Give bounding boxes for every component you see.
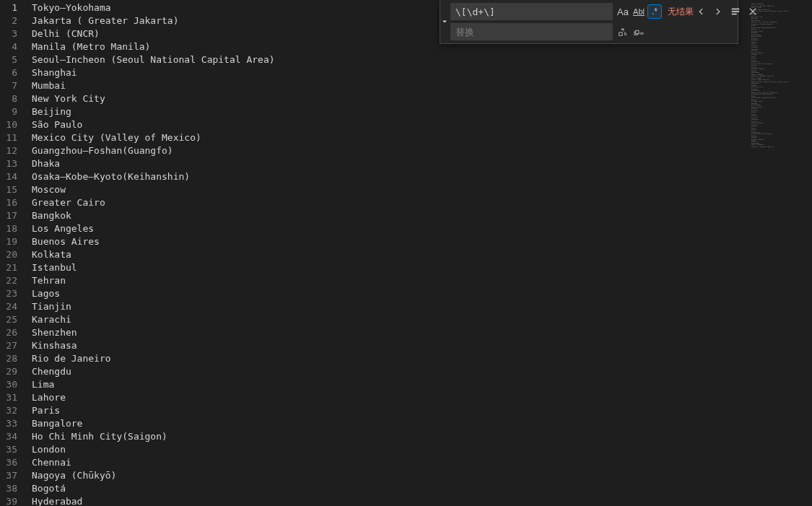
line-number: 4 (0, 40, 29, 53)
text-line[interactable]: Chennai (32, 456, 748, 469)
line-number: 8 (0, 92, 29, 105)
text-line[interactable]: Rio de Janeiro (32, 352, 748, 365)
find-row: Aa Abl .* 无结果 (450, 3, 760, 20)
search-input[interactable] (450, 3, 613, 20)
svg-rect-2 (732, 14, 737, 15)
line-number: 12 (0, 144, 29, 157)
line-number: 30 (0, 378, 29, 391)
line-number: 6 (0, 66, 29, 79)
text-line[interactable]: São Paulo (32, 118, 748, 131)
line-number: 33 (0, 417, 29, 430)
text-line[interactable]: Mumbai (32, 79, 748, 92)
line-number: 13 (0, 157, 29, 170)
text-line[interactable]: Seoul—Incheon (Seoul National Capital Ar… (32, 53, 748, 66)
line-number: 32 (0, 404, 29, 417)
line-number: 34 (0, 430, 29, 443)
line-number: 5 (0, 53, 29, 66)
line-number: 16 (0, 196, 29, 209)
text-line[interactable]: Los Angeles (32, 222, 748, 235)
find-in-selection-button[interactable] (728, 4, 743, 19)
toggle-replace-button[interactable] (440, 0, 449, 43)
line-number: 1 (0, 1, 29, 14)
text-line[interactable]: Istanbul (32, 261, 748, 274)
svg-rect-0 (732, 9, 740, 10)
line-number: 28 (0, 352, 29, 365)
replace-one-icon: b (618, 27, 628, 37)
line-number: 31 (0, 391, 29, 404)
chevron-down-icon (440, 17, 449, 26)
text-line[interactable]: Hyderabad (32, 495, 748, 506)
replace-all-icon: ab (634, 27, 644, 37)
text-line[interactable]: Kolkata (32, 248, 748, 261)
case-sensitive-toggle[interactable]: Aa (616, 4, 630, 19)
previous-match-button[interactable] (694, 4, 708, 19)
line-number: 23 (0, 287, 29, 300)
next-match-button[interactable] (711, 4, 725, 19)
text-line[interactable]: Moscow (32, 183, 748, 196)
text-line[interactable]: Nagoya (Chūkyō) (32, 469, 748, 482)
text-line[interactable]: Bangalore (32, 417, 748, 430)
arrow-left-icon (696, 6, 706, 17)
text-line[interactable]: Ho Chi Minh City(Saigon) (32, 430, 748, 443)
text-line[interactable]: Lagos (32, 287, 748, 300)
replace-input[interactable] (450, 23, 613, 40)
search-options: Aa Abl .* (616, 4, 662, 19)
text-line[interactable]: Paris (32, 404, 748, 417)
line-numbers-gutter: 1234567891011121314151617181920212223242… (0, 0, 29, 506)
close-icon (748, 6, 758, 17)
line-number: 11 (0, 131, 29, 144)
find-replace-widget: Aa Abl .* 无结果 (440, 0, 738, 44)
text-line[interactable]: Shanghai (32, 66, 748, 79)
text-line[interactable]: Bogotá (32, 482, 748, 495)
line-number: 21 (0, 261, 29, 274)
text-line[interactable]: Lima (32, 378, 748, 391)
regex-icon: .* (652, 6, 658, 17)
line-number: 39 (0, 495, 29, 506)
text-line[interactable]: Guangzhou—Foshan(Guangfo) (32, 144, 748, 157)
text-line[interactable]: London (32, 443, 748, 456)
text-line[interactable]: Shenzhen (32, 326, 748, 339)
text-line[interactable]: Bangkok (32, 209, 748, 222)
regex-toggle[interactable]: .* (647, 4, 662, 19)
replace-one-button[interactable]: b (616, 25, 630, 39)
text-line[interactable]: Mexico City (Valley of Mexico) (32, 131, 748, 144)
line-number: 17 (0, 209, 29, 222)
svg-rect-6 (636, 30, 639, 33)
svg-text:ab: ab (639, 31, 644, 35)
text-line[interactable]: Lahore (32, 391, 748, 404)
replace-actions: b ab (616, 25, 646, 39)
text-line[interactable]: Buenos Aires (32, 235, 748, 248)
line-number: 36 (0, 456, 29, 469)
line-number: 26 (0, 326, 29, 339)
whole-word-icon: Abl (633, 7, 645, 16)
text-line[interactable]: Tehran (32, 274, 748, 287)
text-line[interactable]: Chengdu (32, 365, 748, 378)
svg-rect-1 (732, 11, 740, 12)
line-number: 24 (0, 300, 29, 313)
text-line[interactable]: Beijing (32, 105, 748, 118)
text-line[interactable]: Osaka—Kobe—Kyoto(Keihanshin) (32, 170, 748, 183)
close-find-button[interactable] (746, 4, 760, 19)
replace-row: b ab (450, 23, 760, 40)
line-number: 20 (0, 248, 29, 261)
line-number: 2 (0, 14, 29, 27)
text-line[interactable]: New York City (32, 92, 748, 105)
text-line[interactable]: Karachi (32, 313, 748, 326)
editor-content[interactable]: Tokyo—YokohamaJakarta ( Greater Jakarta)… (29, 0, 748, 506)
text-line[interactable]: Dhaka (32, 157, 748, 170)
nav-controls (694, 4, 760, 19)
line-number: 15 (0, 183, 29, 196)
line-number: 19 (0, 235, 29, 248)
line-number: 37 (0, 469, 29, 482)
whole-word-toggle[interactable]: Abl (632, 4, 646, 19)
text-line[interactable]: Tianjin (32, 300, 748, 313)
line-number: 35 (0, 443, 29, 456)
minimap-line: Jakarta ( Greater Jakarta) (751, 146, 809, 148)
line-number: 22 (0, 274, 29, 287)
replace-all-button[interactable]: ab (632, 25, 646, 39)
text-line[interactable]: Kinshasa (32, 339, 748, 352)
text-line[interactable]: Greater Cairo (32, 196, 748, 209)
line-number: 27 (0, 339, 29, 352)
arrow-right-icon (713, 6, 723, 17)
minimap[interactable]: Tokyo—YokohamaJakarta ( Greater Jakarta)… (748, 0, 812, 506)
